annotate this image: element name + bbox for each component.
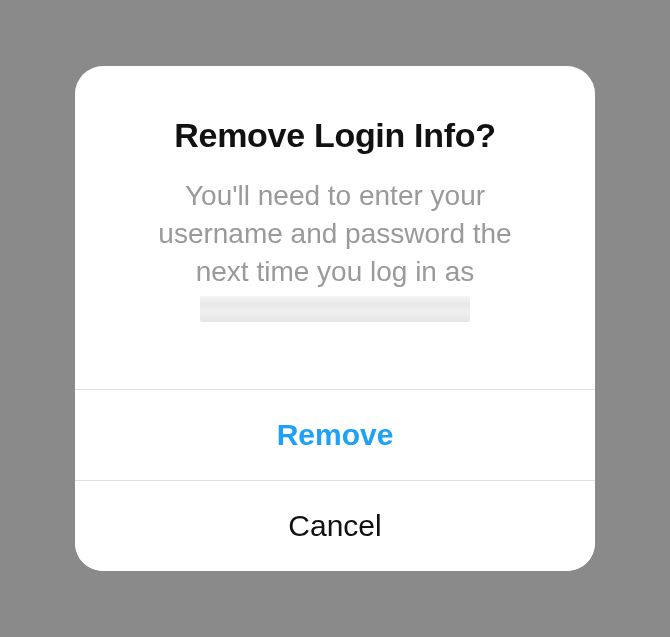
- dialog-message: You'll need to enter your username and p…: [105, 177, 565, 328]
- confirmation-dialog: Remove Login Info? You'll need to enter …: [75, 66, 595, 570]
- cancel-button[interactable]: Cancel: [75, 480, 595, 571]
- dialog-message-line: username and password the: [158, 218, 511, 249]
- remove-button[interactable]: Remove: [75, 389, 595, 480]
- dialog-message-line: next time you log in as: [196, 256, 475, 287]
- dialog-message-line: You'll need to enter your: [185, 180, 485, 211]
- dialog-body: Remove Login Info? You'll need to enter …: [75, 66, 595, 388]
- dialog-title: Remove Login Info?: [105, 116, 565, 155]
- redacted-username: [200, 296, 470, 322]
